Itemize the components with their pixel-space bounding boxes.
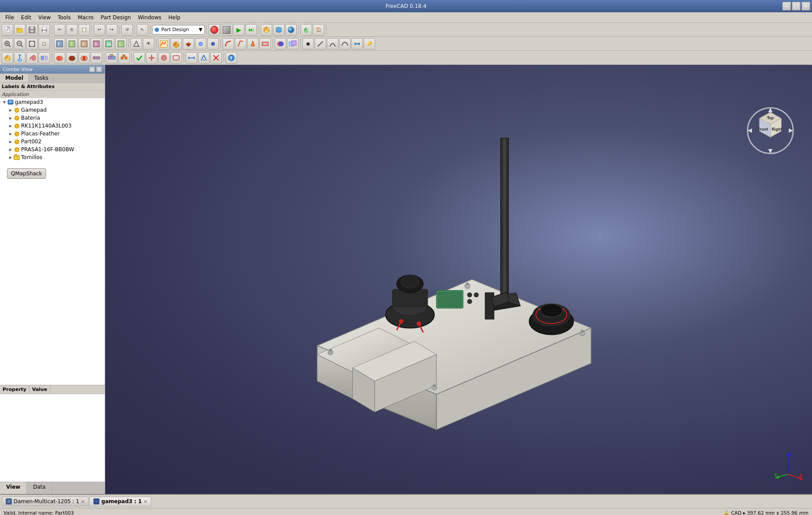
redo-button[interactable]: ↪ <box>106 24 117 36</box>
menu-tools[interactable]: Tools <box>54 14 74 21</box>
tab-tasks[interactable]: Tasks <box>29 74 54 82</box>
constraint-button[interactable] <box>351 38 363 50</box>
measure-linear-button[interactable] <box>186 52 197 64</box>
tree-arrow-prasa1[interactable]: ▶ <box>8 148 13 152</box>
refresh-button[interactable]: ↺ <box>121 24 133 36</box>
tree-arrow-part002[interactable]: ▶ <box>8 140 13 144</box>
clone-button[interactable] <box>287 38 298 50</box>
paste-button[interactable]: 📋 <box>78 24 90 36</box>
qmapshack-button[interactable]: QMapShack <box>7 168 46 179</box>
workbench-selector[interactable]: Part Design ▼ <box>152 25 205 35</box>
thickness3d-button[interactable] <box>170 52 182 64</box>
view-top-button[interactable]: T <box>66 38 78 50</box>
point-button[interactable]: ● <box>302 38 314 50</box>
pad-button[interactable] <box>170 38 182 50</box>
tree-item-part002[interactable]: ▶ Part002 <box>0 138 105 146</box>
tab-damen-multicat[interactable]: Damen-Multicat-1205 : 1 ✕ <box>2 497 89 506</box>
view-right-button[interactable]: R <box>78 38 90 50</box>
view-home-button[interactable]: 🏠 <box>313 24 324 36</box>
3d-viewport[interactable]: Top Front Right <box>105 65 812 494</box>
thickness-button[interactable] <box>259 38 271 50</box>
arc-button[interactable] <box>327 38 338 50</box>
new-button[interactable] <box>2 24 13 36</box>
zoom-out-button[interactable] <box>14 38 25 50</box>
minimize-button[interactable]: ─ <box>782 2 791 11</box>
pocket-button[interactable] <box>183 38 194 50</box>
tree-item-gamepad3[interactable]: ▼ gamepad3 <box>0 98 105 106</box>
chamfer-button[interactable] <box>235 38 246 50</box>
tree-item-rk11[interactable]: ▶ RK11K1140A3L003 <box>0 122 105 130</box>
tab-gamepad3[interactable]: gamepad3 : 1 ✕ <box>89 497 151 506</box>
combo-float-button[interactable]: ⊞ <box>89 66 95 72</box>
tree-arrow-tornillos[interactable]: ▶ <box>8 156 13 160</box>
key-button[interactable]: 🔑 <box>364 38 375 50</box>
view-front-button[interactable]: F <box>54 38 65 50</box>
line-button[interactable] <box>315 38 326 50</box>
offset3d-button[interactable] <box>158 52 170 64</box>
part-box-button[interactable] <box>261 24 272 36</box>
copy-button[interactable]: ⎘ <box>66 24 78 36</box>
stop-button[interactable] <box>221 24 232 36</box>
tree-item-bateria[interactable]: ▶ Bateria <box>0 114 105 122</box>
compound-button[interactable] <box>106 52 117 64</box>
revolution-button[interactable] <box>195 38 206 50</box>
part-box-3d[interactable] <box>2 52 13 64</box>
explode-button[interactable] <box>118 52 130 64</box>
sketch-button[interactable] <box>158 38 170 50</box>
extrude-3d[interactable] <box>14 52 25 64</box>
view-iso-button[interactable] <box>301 24 312 36</box>
window-controls[interactable]: ─ □ ✕ <box>782 2 810 11</box>
view-bottom-button[interactable]: Bo <box>103 38 114 50</box>
boolean-button[interactable] <box>275 38 286 50</box>
part-sphere-button[interactable] <box>285 24 297 36</box>
measure-angular-button[interactable] <box>198 52 209 64</box>
revolve-3d[interactable] <box>26 52 38 64</box>
undo-button[interactable]: ↩ <box>94 24 105 36</box>
select-button[interactable]: ↖ <box>137 24 148 36</box>
zoom-in-button[interactable] <box>2 38 13 50</box>
menu-view[interactable]: View <box>35 14 54 21</box>
menu-windows[interactable]: Windows <box>135 14 165 21</box>
tab-view[interactable]: View <box>0 482 27 494</box>
record-button[interactable] <box>209 24 220 36</box>
menu-macro[interactable]: Macro <box>74 14 97 21</box>
fit-all-button[interactable] <box>26 38 38 50</box>
menu-help[interactable]: Help <box>165 14 184 21</box>
part-wizard-button[interactable]: ? <box>226 52 237 64</box>
menu-edit[interactable]: Edit <box>18 14 35 21</box>
close-button[interactable]: ✕ <box>801 2 810 11</box>
tree-arrow-gamepad[interactable]: ▶ <box>8 108 13 112</box>
save-button[interactable] <box>26 24 38 36</box>
attachment-button[interactable] <box>146 52 157 64</box>
fillet-button[interactable] <box>223 38 234 50</box>
stereo-button[interactable]: 👁 <box>143 38 154 50</box>
tab-close-damen[interactable]: ✕ <box>81 499 85 504</box>
measure-clear-button[interactable] <box>210 52 222 64</box>
section-button[interactable] <box>91 52 102 64</box>
fuse-button[interactable] <box>54 52 65 64</box>
tab-model[interactable]: Model <box>0 74 29 82</box>
tree-arrow-bateria[interactable]: ▶ <box>8 116 13 120</box>
view-back-button[interactable]: B <box>91 38 102 50</box>
spline-button[interactable] <box>339 38 351 50</box>
play-next-button[interactable]: ⏭ <box>245 24 257 36</box>
maximize-button[interactable]: □ <box>792 2 801 11</box>
tree-item-tornillos[interactable]: ▶ Tornillos <box>0 153 105 161</box>
groove-button[interactable] <box>207 38 219 50</box>
menu-partdesign[interactable]: Part Design <box>97 14 135 21</box>
menu-file[interactable]: File <box>2 14 18 21</box>
view-box-button[interactable]: □ <box>39 38 50 50</box>
tab-close-gamepad3[interactable]: ✕ <box>144 499 147 504</box>
print-button[interactable] <box>39 24 50 36</box>
mirror-3d[interactable] <box>39 52 50 64</box>
tree-arrow-rk11[interactable]: ▶ <box>8 124 13 128</box>
combo-close-button[interactable]: ✕ <box>96 66 102 72</box>
tree-item-gamepad[interactable]: ▶ Gamepad <box>0 106 105 114</box>
cut3d-button[interactable] <box>66 52 78 64</box>
play-button[interactable]: ▶ <box>233 24 245 36</box>
checkgeometry-button[interactable] <box>134 52 145 64</box>
part-cylinder-button[interactable] <box>273 24 284 36</box>
common-button[interactable] <box>78 52 90 64</box>
tree-item-placas[interactable]: ▶ Placas-Feather <box>0 130 105 138</box>
tree-arrow-gamepad3[interactable]: ▼ <box>2 100 7 104</box>
